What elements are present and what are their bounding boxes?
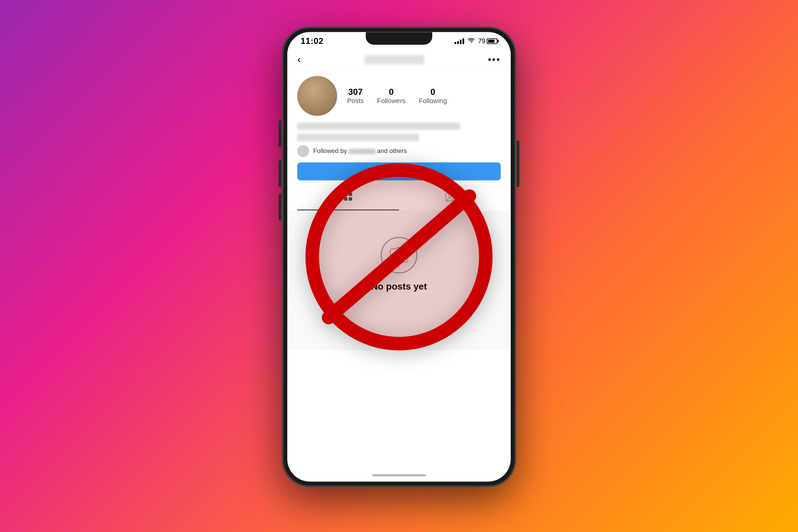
svg-rect-1 <box>349 192 352 196</box>
phone-body: 11:02 79 <box>283 27 515 486</box>
signal-icon <box>455 38 464 44</box>
status-icons: 79 <box>455 37 497 45</box>
instagram-nav-bar: ‹ ••• <box>287 50 511 69</box>
followers-count: 0 <box>377 87 406 97</box>
no-posts-label: No posts yet <box>371 281 427 292</box>
following-count: 0 <box>419 87 447 97</box>
more-options-button[interactable]: ••• <box>488 54 501 65</box>
tab-tagged[interactable] <box>399 186 501 210</box>
tab-grid[interactable] <box>297 186 399 210</box>
profile-section: 307 Posts 0 Followers 0 Following <box>287 69 511 210</box>
wifi-icon <box>468 37 475 45</box>
following-label: Following <box>419 97 447 104</box>
status-time: 11:02 <box>301 36 324 46</box>
stats-container: 307 Posts 0 Followers 0 Following <box>347 87 501 105</box>
following-stat[interactable]: 0 Following <box>419 87 447 105</box>
followed-by-avatar <box>297 145 309 157</box>
back-button[interactable]: ‹ <box>297 53 301 65</box>
profile-tab-bar <box>297 186 501 210</box>
camera-circle-icon <box>381 237 417 273</box>
home-indicator <box>373 474 425 476</box>
posts-count: 307 <box>347 87 364 97</box>
svg-point-5 <box>449 194 451 197</box>
notch <box>366 32 432 44</box>
profile-avatar <box>297 76 337 116</box>
posts-label: Posts <box>347 97 364 104</box>
svg-rect-3 <box>349 197 352 201</box>
tagged-person-icon <box>445 192 455 204</box>
profile-username-blurred <box>364 55 424 64</box>
phone-screen: 11:02 79 <box>287 32 511 481</box>
phone-mockup: 11:02 79 <box>283 27 515 486</box>
bio-text-row-blurred <box>297 134 419 141</box>
empty-posts-area: No posts yet <box>287 210 511 350</box>
svg-rect-0 <box>344 192 347 196</box>
posts-stat[interactable]: 307 Posts <box>347 87 364 105</box>
battery-indicator: 79 <box>478 37 497 45</box>
bio-name-row-blurred <box>297 122 460 130</box>
battery-icon <box>487 38 497 44</box>
followed-by-text: Followed by and others <box>313 147 407 155</box>
grid-icon <box>343 192 353 204</box>
followed-by-row: Followed by and others <box>297 145 501 157</box>
svg-point-7 <box>398 254 400 257</box>
svg-rect-2 <box>344 197 347 201</box>
follow-button[interactable]: Follow <box>297 162 501 180</box>
battery-percent: 79 <box>478 37 486 45</box>
profile-top-row: 307 Posts 0 Followers 0 Following <box>297 76 501 116</box>
followers-stat[interactable]: 0 Followers <box>377 87 406 105</box>
followers-label: Followers <box>377 97 406 104</box>
